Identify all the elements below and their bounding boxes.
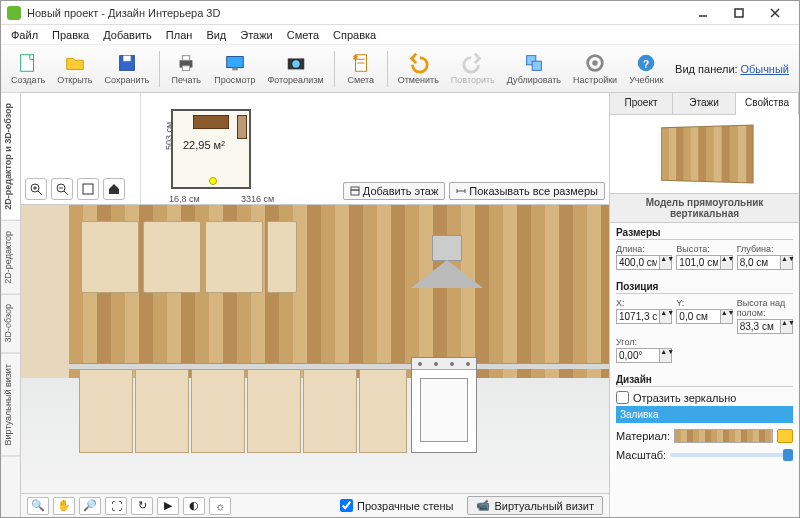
menu-floors[interactable]: Этажи [234,27,278,43]
print-button[interactable]: Печать [164,50,208,87]
plan-2d-view[interactable]: 503 см 22,95 м² 16,8 см 3316 см Добавить… [141,93,609,204]
range-hood[interactable] [411,235,483,291]
tutorial-button[interactable]: ?Учебник [623,50,669,87]
menu-help[interactable]: Справка [327,27,382,43]
stove[interactable] [411,357,477,453]
maximize-button[interactable] [721,2,757,24]
y-input[interactable] [676,309,720,324]
upper-cabinet[interactable] [143,221,201,293]
vtab-3d[interactable]: 3D-обзор [1,294,20,354]
estimate-button[interactable]: Смета [339,50,383,87]
preview-button[interactable]: Просмотр [208,50,261,87]
transparent-walls-checkbox[interactable]: Прозрачные стены [340,499,453,512]
plan-room[interactable]: 22,95 м² [171,109,251,189]
angle-input[interactable] [616,348,660,363]
zoom-out-3d-button[interactable]: 🔎 [79,497,101,515]
browse-material-button[interactable] [777,429,793,443]
svg-rect-4 [21,55,34,72]
vtab-virtual[interactable]: Виртуальный визит [1,354,20,456]
upper-cabinet[interactable] [205,221,263,293]
svg-line-28 [64,191,68,195]
undo-button[interactable]: Отменить [392,50,445,87]
zoom-in-button[interactable] [25,178,47,200]
svg-rect-32 [351,187,359,190]
zoom-in-3d-button[interactable]: 🔍 [27,497,49,515]
base-cabinet[interactable] [191,369,245,453]
show-dims-button[interactable]: Показывать все размеры [449,182,605,200]
menu-edit[interactable]: Правка [46,27,95,43]
create-button[interactable]: Создать [5,50,51,87]
base-cabinet[interactable] [135,369,189,453]
length-input[interactable] [616,255,660,270]
base-cabinet[interactable] [303,369,357,453]
slider-thumb[interactable] [783,449,793,461]
3d-viewport[interactable] [21,205,609,493]
x-input[interactable] [616,309,660,324]
vtab-2d[interactable]: 2D-редактор [1,221,20,295]
view-toolbar: 🔍 ✋ 🔎 ⛶ ↻ ▶ ◐ ☼ Прозрачные стены 📹Виртуа… [21,493,609,517]
fit-3d-button[interactable]: ⛶ [105,497,127,515]
zoom-out-button[interactable] [51,178,73,200]
virtual-visit-button[interactable]: 📹Виртуальный визит [467,496,603,515]
menubar: Файл Правка Добавить План Вид Этажи Смет… [1,25,799,45]
spinner[interactable]: ▲▼ [781,255,793,270]
duplicate-button[interactable]: Дублировать [501,50,567,87]
height-input[interactable] [676,255,720,270]
settings-button[interactable]: Настройки [567,50,623,87]
save-button[interactable]: Сохранить [99,50,156,87]
menu-plan[interactable]: План [160,27,199,43]
object-name-label: Модель прямоугольник вертикальная [610,193,799,223]
titlebar: Новый проект - Дизайн Интерьера 3D [1,1,799,25]
fit-button[interactable] [77,178,99,200]
tab-properties[interactable]: Свойства [736,93,799,115]
depth-input[interactable] [737,255,781,270]
plan-furniture[interactable] [237,115,247,139]
pan-button[interactable]: ✋ [53,497,75,515]
plan-furniture[interactable] [193,115,229,129]
plan-dim-w2: 3316 см [241,194,274,204]
menu-file[interactable]: Файл [5,27,44,43]
spinner[interactable]: ▲▼ [660,255,672,270]
upper-cabinet[interactable] [267,221,297,293]
base-cabinet[interactable] [247,369,301,453]
spinner[interactable]: ▲▼ [721,255,733,270]
svg-rect-11 [232,68,238,71]
add-floor-button[interactable]: Добавить этаж [343,182,445,200]
close-button[interactable] [757,2,793,24]
vtab-2d-3d[interactable]: 2D-редактор и 3D-обзор [1,93,20,221]
menu-add[interactable]: Добавить [97,27,158,43]
svg-rect-1 [735,9,743,17]
base-cabinet[interactable] [79,369,133,453]
svg-rect-6 [123,56,130,62]
photoreal-button[interactable]: Фотореализм [261,50,329,87]
redo-button[interactable]: Повторить [445,50,501,87]
spinner[interactable]: ▲▼ [781,319,793,334]
minimize-button[interactable] [685,2,721,24]
mirror-checkbox[interactable]: Отразить зеркально [616,391,793,404]
svg-rect-8 [183,56,190,61]
home-button[interactable] [103,178,125,200]
menu-estimate[interactable]: Смета [281,27,325,43]
fill-selection[interactable]: Заливка [616,406,793,423]
scale-label: Масштаб: [616,449,666,461]
light-button[interactable]: ☼ [209,497,231,515]
shade-button[interactable]: ◐ [183,497,205,515]
tab-project[interactable]: Проект [610,93,673,114]
panel-style-link[interactable]: Обычный [740,63,789,75]
plan-camera-dot[interactable] [209,177,217,185]
plan-dim-w1: 16,8 см [169,194,200,204]
open-button[interactable]: Открыть [51,50,98,87]
upper-cabinet[interactable] [81,221,139,293]
svg-rect-9 [183,66,190,71]
spinner[interactable]: ▲▼ [660,309,672,324]
spinner[interactable]: ▲▼ [660,348,672,363]
walk-button[interactable]: ▶ [157,497,179,515]
z-input[interactable] [737,319,781,334]
material-swatch[interactable] [674,429,773,443]
scale-slider[interactable] [670,453,793,457]
base-cabinet[interactable] [359,369,407,453]
menu-view[interactable]: Вид [200,27,232,43]
tab-floors[interactable]: Этажи [673,93,736,114]
spinner[interactable]: ▲▼ [721,309,733,324]
orbit-button[interactable]: ↻ [131,497,153,515]
